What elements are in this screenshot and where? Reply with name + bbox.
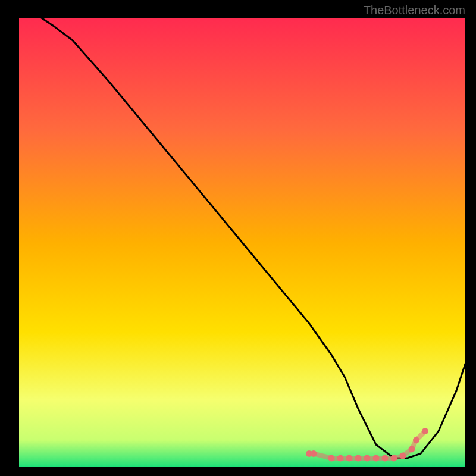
marker-dot: [364, 455, 371, 461]
marker-dot: [391, 455, 397, 461]
marker-dot: [337, 455, 344, 461]
marker-dot: [373, 455, 380, 461]
chart-plot-area: [19, 18, 465, 467]
marker-dot: [400, 453, 406, 459]
watermark-text: TheBottleneck.com: [364, 4, 465, 17]
marker-dot: [409, 446, 415, 452]
marker-dot: [346, 455, 353, 461]
chart-svg: [19, 18, 465, 467]
marker-dot: [422, 428, 428, 434]
marker-dot: [413, 437, 419, 443]
marker-dot: [355, 455, 362, 461]
marker-dot: [311, 450, 317, 457]
marker-dot: [382, 455, 389, 461]
marker-dot: [328, 455, 335, 461]
